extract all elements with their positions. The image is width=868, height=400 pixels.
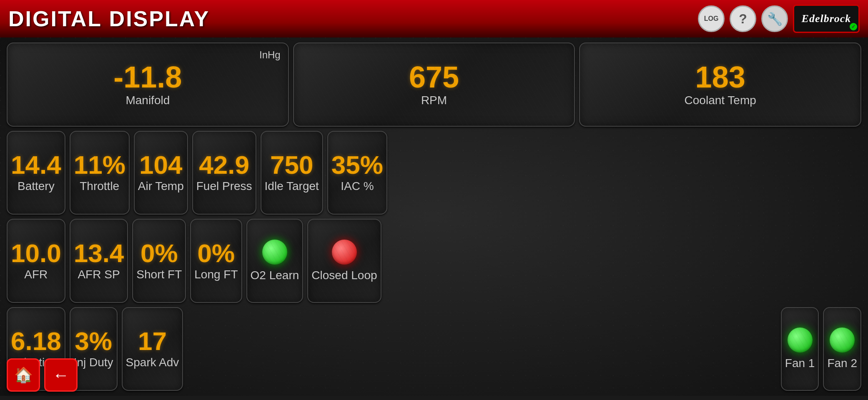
edelbrock-logo: Edelbrock xyxy=(793,5,860,33)
iac-cell: 35% IAC % xyxy=(327,131,387,215)
battery-value: 14.4 xyxy=(11,152,61,178)
rpm-label: RPM xyxy=(421,94,447,107)
throttle-value: 11% xyxy=(74,152,125,178)
header: DIGITAL DISPLAY LOG ? 🔧 ✓ Edelbrock xyxy=(0,0,868,38)
home-button[interactable]: 🏠 xyxy=(7,358,40,392)
short-ft-label: Short FT xyxy=(136,268,182,281)
home-icon: 🏠 xyxy=(14,366,33,384)
inj-duty-value: 3% xyxy=(75,328,112,354)
manifold-label: Manifold xyxy=(125,94,170,107)
afr-cell: 10.0 AFR xyxy=(7,219,65,303)
spark-adv-value: 17 xyxy=(138,328,167,354)
idle-target-value: 750 xyxy=(270,152,313,178)
o2-learn-cell: O2 Learn xyxy=(246,219,304,303)
throttle-cell: 11% Throttle xyxy=(70,131,130,215)
row-3: 10.0 AFR 13.4 AFR SP 0% Short FT 0% Long… xyxy=(7,219,861,303)
main-display: InHg -11.8 Manifold 675 RPM 183 Coolant … xyxy=(0,38,868,396)
fuel-press-label: Fuel Press xyxy=(196,180,252,193)
fan1-indicator xyxy=(788,328,813,352)
closed-loop-label: Closed Loop xyxy=(311,269,377,282)
back-icon: ← xyxy=(53,366,69,385)
fan2-indicator xyxy=(830,328,855,352)
short-ft-cell: 0% Short FT xyxy=(132,219,186,303)
injection-value: 6.18 xyxy=(11,328,61,354)
manifold-cell: InHg -11.8 Manifold xyxy=(7,42,289,127)
afr-sp-cell: 13.4 AFR SP xyxy=(70,219,128,303)
back-button[interactable]: ← xyxy=(44,358,78,392)
header-controls: LOG ? 🔧 ✓ Edelbrock xyxy=(698,5,860,33)
long-ft-value: 0% xyxy=(198,240,235,266)
manifold-unit: InHg xyxy=(259,49,281,61)
fuel-press-cell: 42.9 Fuel Press xyxy=(192,131,256,215)
closed-loop-indicator xyxy=(332,240,357,265)
wrench-icon: 🔧 xyxy=(767,12,783,26)
afr-value: 10.0 xyxy=(11,240,61,266)
manifold-value: -11.8 xyxy=(113,62,182,92)
short-ft-value: 0% xyxy=(140,240,178,266)
o2-learn-label: O2 Learn xyxy=(251,269,299,282)
air-temp-value: 104 xyxy=(139,152,182,178)
row-2: 14.4 Battery 11% Throttle 104 Air Temp 4… xyxy=(7,131,861,215)
page-title: DIGITAL DISPLAY xyxy=(8,6,210,31)
rpm-value: 675 xyxy=(409,62,459,92)
afr-sp-label: AFR SP xyxy=(78,268,120,281)
bottom-nav: 🏠 ← xyxy=(0,354,868,396)
battery-cell: 14.4 Battery xyxy=(7,131,65,215)
long-ft-label: Long FT xyxy=(194,268,238,281)
closed-loop-cell: Closed Loop xyxy=(307,219,381,303)
idle-target-label: Idle Target xyxy=(265,180,319,193)
throttle-label: Throttle xyxy=(80,180,119,193)
air-temp-cell: 104 Air Temp xyxy=(134,131,188,215)
log-button[interactable]: LOG xyxy=(698,5,725,32)
idle-target-cell: 750 Idle Target xyxy=(261,131,323,215)
iac-label: IAC % xyxy=(341,180,374,193)
coolant-label: Coolant Temp xyxy=(685,94,756,107)
settings-button[interactable]: 🔧 ✓ xyxy=(761,5,788,32)
coolant-value: 183 xyxy=(695,62,745,92)
o2-learn-indicator xyxy=(262,240,287,265)
battery-label: Battery xyxy=(18,180,55,193)
air-temp-label: Air Temp xyxy=(138,180,184,193)
coolant-cell: 183 Coolant Temp xyxy=(579,42,861,127)
long-ft-cell: 0% Long FT xyxy=(190,219,242,303)
rpm-cell: 675 RPM xyxy=(293,42,575,127)
afr-label: AFR xyxy=(24,268,48,281)
row-1: InHg -11.8 Manifold 675 RPM 183 Coolant … xyxy=(7,42,861,127)
iac-value: 35% xyxy=(331,152,383,178)
help-button[interactable]: ? xyxy=(730,5,756,32)
fuel-press-value: 42.9 xyxy=(199,152,249,178)
afr-sp-value: 13.4 xyxy=(74,240,124,266)
